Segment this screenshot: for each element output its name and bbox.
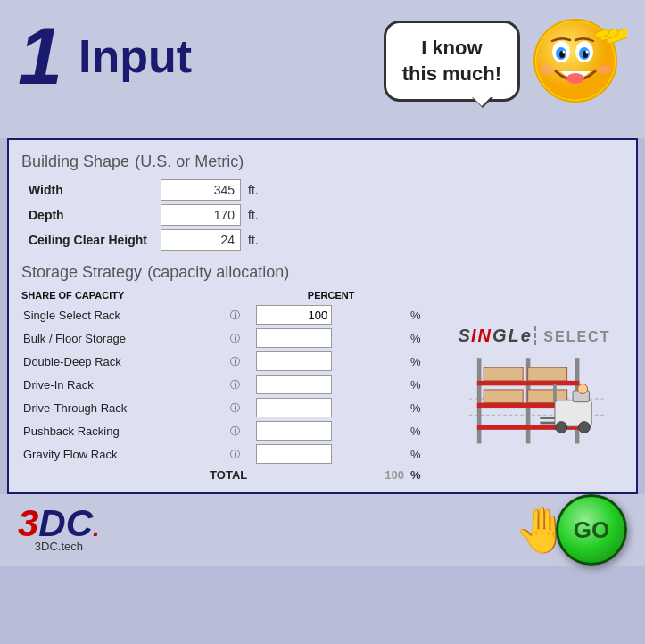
- logo-3dc: 3DC.: [18, 507, 100, 541]
- svg-point-9: [586, 51, 589, 54]
- go-button-area: 🤚 GO: [514, 494, 627, 566]
- info-icon-pushback[interactable]: ⓘ: [230, 425, 240, 436]
- pct-sign: %: [408, 373, 436, 396]
- svg-rect-33: [540, 417, 555, 419]
- col-share-header: SHARE OF CAPACITY: [21, 290, 254, 303]
- go-button[interactable]: GO: [556, 494, 627, 566]
- row-label-double-deep: Double-Deep Rack: [21, 350, 228, 373]
- ceiling-height-unit: ft.: [248, 233, 259, 247]
- speech-bubble: I knowthis much!: [384, 21, 520, 102]
- pct-sign: %: [408, 350, 436, 373]
- row-label-pushback: Pushback Racking: [21, 419, 228, 442]
- storage-strategy-title: Storage Strategy (capacity allocation): [21, 260, 624, 283]
- single-select-illustration: SINGLe SELECT: [445, 290, 624, 483]
- info-icon-bulk[interactable]: ⓘ: [230, 333, 240, 343]
- storage-table-area: SHARE OF CAPACITY PERCENT Single Select …: [21, 290, 436, 483]
- svg-rect-26: [484, 390, 523, 403]
- svg-rect-25: [528, 367, 567, 381]
- width-unit: ft.: [248, 183, 259, 197]
- building-shape-subtitle: (U.S. or Metric): [135, 153, 244, 170]
- svg-point-30: [578, 384, 588, 394]
- svg-rect-18: [477, 358, 482, 443]
- building-fields: Width ft. Depth ft. Ceiling Clear Height…: [21, 179, 624, 251]
- info-icon-drive-through[interactable]: ⓘ: [230, 402, 240, 413]
- info-icon-drive-in[interactable]: ⓘ: [230, 379, 240, 390]
- info-icon-gravity[interactable]: ⓘ: [230, 449, 240, 459]
- storage-section: SHARE OF CAPACITY PERCENT Single Select …: [21, 290, 624, 483]
- svg-rect-24: [484, 367, 523, 381]
- depth-input[interactable]: [161, 204, 241, 226]
- pct-sign: %: [408, 419, 436, 442]
- percent-input-pushback[interactable]: [256, 421, 332, 441]
- table-row: Drive-In Rack ⓘ %: [21, 373, 436, 396]
- svg-point-14: [540, 65, 554, 74]
- width-input[interactable]: [161, 179, 241, 201]
- emoji-icon: [529, 7, 627, 105]
- pct-sign: %: [408, 326, 436, 350]
- row-label-bulk: Bulk / Floor Storage: [21, 326, 228, 350]
- svg-point-31: [556, 422, 567, 433]
- pct-sign: %: [408, 442, 436, 466]
- building-shape-title: Building Shape (U.S. or Metric): [21, 149, 624, 172]
- svg-point-10: [566, 73, 584, 84]
- percent-input-drive-through[interactable]: [256, 398, 332, 417]
- row-label-gravity: Gravity Flow Rack: [21, 442, 228, 466]
- width-row: Width ft.: [29, 179, 624, 201]
- main-content-box: Building Shape (U.S. or Metric) Width ft…: [7, 138, 638, 494]
- info-icon-double-deep[interactable]: ⓘ: [230, 356, 240, 367]
- svg-point-15: [597, 65, 611, 74]
- info-icon-single-select[interactable]: ⓘ: [230, 310, 240, 320]
- logo-subtitle: 3DC.tech: [35, 540, 83, 553]
- ceiling-height-label: Ceiling Clear Height: [29, 233, 153, 247]
- ceiling-height-input[interactable]: [161, 229, 241, 251]
- table-row: Pushback Racking ⓘ %: [21, 419, 436, 442]
- pct-sign: %: [408, 396, 436, 419]
- pct-sign: %: [408, 303, 436, 326]
- table-row: Double-Deep Rack ⓘ %: [21, 350, 436, 373]
- ceiling-height-row: Ceiling Clear Height ft.: [29, 229, 624, 251]
- svg-point-8: [563, 51, 566, 54]
- total-pct-sign: %: [408, 466, 436, 484]
- header-left: 1 Input: [18, 16, 192, 96]
- percent-input-double-deep[interactable]: [256, 351, 332, 371]
- footer-area: 3DC. 3DC.tech 🤚 GO: [0, 494, 645, 566]
- single-select-label: SINGLe SELECT: [459, 326, 611, 346]
- building-shape-title-text: Building Shape: [21, 153, 129, 170]
- percent-input-single-select[interactable]: [256, 305, 332, 325]
- width-label: Width: [29, 183, 153, 197]
- row-label-drive-through: Drive-Through Rack: [21, 396, 228, 419]
- col-percent-header: PERCENT: [254, 290, 408, 303]
- page-title: Input: [79, 33, 192, 79]
- svg-rect-34: [540, 422, 555, 425]
- rack-svg: [454, 350, 615, 448]
- table-row: Single Select Rack ⓘ %: [21, 303, 436, 326]
- storage-strategy-subtitle: (capacity allocation): [147, 263, 289, 281]
- row-label-drive-in: Drive-In Rack: [21, 373, 228, 396]
- storage-strategy-title-text: Storage Strategy: [21, 263, 142, 281]
- svg-rect-21: [477, 381, 580, 386]
- total-value: 100: [254, 466, 408, 484]
- logo-area: 3DC. 3DC.tech: [18, 507, 100, 554]
- svg-point-32: [579, 422, 591, 433]
- depth-row: Depth ft.: [29, 204, 624, 226]
- total-label: TOTAL: [21, 466, 254, 484]
- strategy-table: SHARE OF CAPACITY PERCENT Single Select …: [21, 290, 436, 483]
- percent-input-bulk[interactable]: [256, 328, 332, 348]
- depth-label: Depth: [29, 208, 153, 222]
- total-row: TOTAL 100 %: [21, 466, 436, 484]
- speech-bubble-area: I knowthis much!: [384, 16, 627, 105]
- row-label-single-select: Single Select Rack: [21, 303, 228, 326]
- percent-input-drive-in[interactable]: [256, 375, 332, 394]
- svg-rect-35: [553, 384, 557, 402]
- header-area: 1 Input I knowthis much!: [0, 0, 645, 138]
- table-row: Bulk / Floor Storage ⓘ %: [21, 326, 436, 350]
- table-row: Drive-Through Rack ⓘ %: [21, 396, 436, 419]
- step-number: 1: [18, 16, 62, 96]
- percent-input-gravity[interactable]: [256, 444, 332, 464]
- depth-unit: ft.: [248, 208, 259, 222]
- table-row: Gravity Flow Rack ⓘ %: [21, 442, 436, 466]
